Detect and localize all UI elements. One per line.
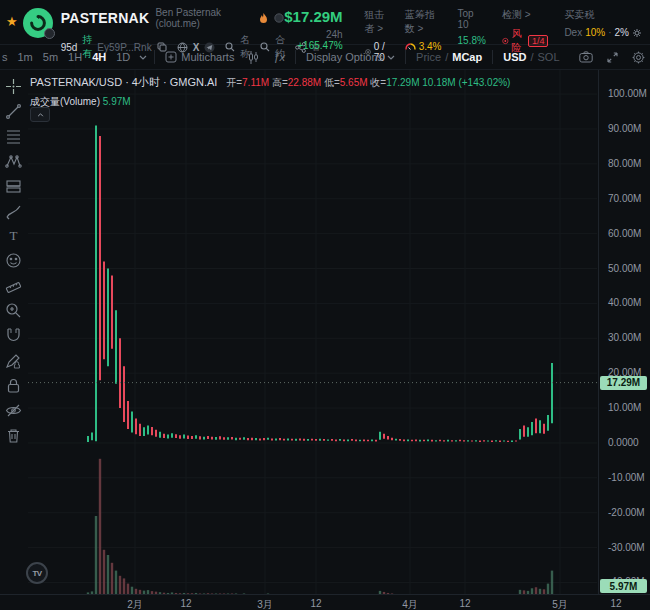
timeframe-1s[interactable]: s	[0, 51, 13, 63]
candle-style-icon[interactable]	[241, 51, 266, 64]
time-axis-label: 4月	[402, 598, 418, 610]
drawing-edit-lock-tool-icon[interactable]	[5, 352, 22, 369]
slash: /	[530, 51, 533, 63]
tax-sell-value: 2%	[615, 27, 629, 38]
zoom-in-tool-icon[interactable]	[5, 302, 22, 319]
text-tool-icon[interactable]: T	[10, 228, 18, 244]
time-axis-label: 12	[459, 598, 470, 609]
token-logo-swirl	[29, 14, 47, 32]
tax-dex-label: Dex	[564, 27, 582, 38]
time-axis-label: 5月	[552, 598, 568, 610]
price-axis-label: 40.00M	[608, 297, 641, 308]
price-axis-label: -10.00M	[608, 472, 645, 483]
chain-badge-icon	[44, 28, 55, 39]
long-position-tool-icon[interactable]	[5, 178, 22, 195]
chart-settings-gear-icon[interactable]	[625, 51, 650, 64]
drawing-toolbar: T	[0, 78, 27, 444]
chevron-up-icon	[37, 113, 44, 117]
display-options-label: Display Options	[306, 51, 383, 63]
price-axis-label: 80.00M	[608, 158, 641, 169]
risk-icon	[502, 36, 509, 46]
token-subtitle: Ben Pasternak (clout.me)	[155, 7, 253, 29]
low-value: 5.65M	[340, 77, 368, 88]
price-axis-label: 50.00M	[608, 263, 641, 274]
change-percent: (+143.02%)	[458, 77, 510, 88]
price-mcap-toggle[interactable]: Price / MCap	[409, 51, 489, 63]
hide-drawings-eye-icon[interactable]	[5, 402, 22, 419]
fullscreen-icon[interactable]	[600, 52, 625, 63]
chart-legend: PASTERNAK/USD · 4小时 · GMGN.AI 开=7.11M 高=…	[30, 75, 510, 109]
timeframe-4h[interactable]: 4H	[87, 51, 111, 63]
magnet-tool-icon[interactable]	[5, 327, 22, 344]
time-axis-label: 2月	[127, 598, 143, 610]
fib-retracement-tool-icon[interactable]	[5, 128, 22, 145]
lock-drawings-tool-icon[interactable]	[5, 377, 22, 394]
price-axis-label: 100.00M	[608, 88, 647, 99]
indicators-fx-button[interactable]: ƒx	[266, 51, 292, 63]
crosshair-tool-icon[interactable]	[5, 78, 22, 95]
change-value: +165.47%	[297, 40, 342, 51]
timeframe-1h[interactable]: 1H	[63, 51, 87, 63]
open-value: 7.11M	[242, 77, 269, 88]
multicharts-icon	[165, 51, 177, 63]
change-period-label: 24h	[326, 29, 343, 40]
usd-sol-toggle[interactable]: USD / SOL	[496, 51, 566, 63]
token-avatar[interactable]	[23, 8, 53, 38]
open-label: 开=	[226, 77, 242, 88]
timeframe-chevron-down-icon[interactable]	[135, 55, 151, 60]
price-axis-label: 70.00M	[608, 193, 641, 204]
favorite-star-icon[interactable]: ★	[6, 14, 18, 29]
price-axis[interactable]: 100.00M90.00M80.00M70.00M60.00M50.00M40.…	[598, 70, 650, 594]
close-label: 收=	[370, 77, 386, 88]
price-chart-canvas[interactable]	[0, 70, 650, 594]
time-axis-label: 12	[610, 598, 621, 609]
chevron-down-icon	[387, 55, 395, 60]
trend-line-tool-icon[interactable]	[5, 103, 22, 120]
token-name: PASTERNAK	[61, 10, 150, 26]
mcap-option[interactable]: MCap	[452, 51, 482, 63]
timeframe-1d[interactable]: 1D	[111, 51, 135, 63]
high-value: 22.88M	[288, 77, 321, 88]
amplitude-value: 10.18M	[422, 77, 455, 88]
market-cap-value: $17.29M	[284, 8, 342, 25]
bluechip-stat[interactable]: 蓝筹指数 > 3.4%	[405, 8, 442, 52]
dev-badge-icon	[274, 13, 284, 23]
low-label: 低=	[324, 77, 340, 88]
close-value: 17.29M	[386, 77, 419, 88]
emoji-tool-icon[interactable]	[5, 252, 22, 269]
sol-option[interactable]: SOL	[537, 51, 559, 63]
top10-stat[interactable]: Top 10 15.8%	[458, 8, 486, 46]
timeframe-5m[interactable]: 5m	[38, 51, 63, 63]
current-price-badge: 17.29M	[600, 376, 647, 390]
price-axis-label: 90.00M	[608, 123, 641, 134]
multicharts-button[interactable]: Multicharts	[158, 51, 241, 63]
legend-collapse-button[interactable]	[30, 107, 50, 122]
xabcd-pattern-tool-icon[interactable]	[5, 153, 22, 170]
flame-icon	[259, 13, 268, 24]
usd-option[interactable]: USD	[503, 51, 526, 63]
price-axis-label: 30.00M	[608, 332, 641, 343]
tradingview-logo[interactable]: TV	[26, 562, 48, 584]
volume-value: 5.97M	[103, 96, 131, 107]
display-options-button[interactable]: Display Options	[299, 51, 402, 63]
time-axis-label: 12	[180, 598, 191, 609]
measure-ruler-tool-icon[interactable]	[5, 277, 22, 294]
time-axis-label: 12	[310, 598, 321, 609]
risk-count-badge: 1/4	[528, 35, 549, 47]
timeframe-1m[interactable]: 1m	[13, 51, 38, 63]
brush-tool-icon[interactable]	[5, 203, 22, 220]
time-axis-label: 3月	[257, 598, 273, 610]
price-axis-label: -20.00M	[608, 507, 645, 518]
tax-stat[interactable]: 买卖税 Dex 10% · 2%	[564, 8, 642, 38]
detect-stat[interactable]: 检测 > 风险 1/4	[502, 8, 549, 55]
screenshot-camera-icon[interactable]	[572, 51, 600, 63]
token-header: ★ PASTERNAK Ben Pasternak (clout.me) 95d…	[0, 0, 650, 44]
remove-drawings-trash-icon[interactable]	[5, 427, 22, 444]
bot-gear-icon	[632, 28, 642, 38]
time-axis[interactable]: 2月123月124月125月12	[0, 594, 650, 610]
price-axis-label: -30.00M	[608, 542, 645, 553]
price-option[interactable]: Price	[416, 51, 441, 63]
price-axis-label: 10.00M	[608, 402, 641, 413]
current-volume-badge: 5.97M	[600, 579, 647, 593]
chart-area[interactable]: T PASTERNAK/USD · 4小时 · GMGN.AI 开=7.11M …	[0, 70, 650, 610]
